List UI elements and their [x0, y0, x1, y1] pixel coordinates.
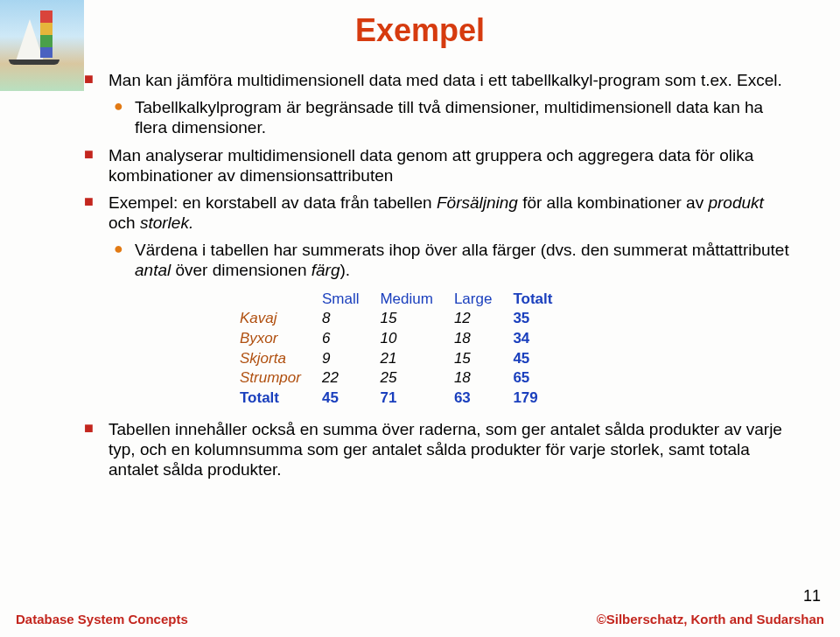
- row-label-total: Totalt: [233, 388, 315, 409]
- row-label: Skjorta: [233, 349, 315, 369]
- row-label: Strumpor: [233, 368, 315, 388]
- col-header: Large: [447, 290, 506, 310]
- col-header-total: Totalt: [506, 290, 566, 310]
- text-em: produkt: [708, 193, 763, 212]
- bullet-icon: ■: [84, 145, 108, 186]
- cell-total: 63: [447, 388, 506, 409]
- text-fragment: Värdena i tabellen har summerats ihop öv…: [135, 241, 789, 259]
- text-em: antal: [135, 261, 171, 279]
- cell: 21: [373, 349, 446, 369]
- text-em: färg: [312, 261, 340, 279]
- cell: 6: [315, 329, 374, 349]
- cell-total: 71: [373, 388, 446, 409]
- bullet-icon: ■: [84, 419, 108, 480]
- bullet-text: Man kan jämföra multidimensionell data m…: [108, 70, 793, 90]
- bullet-icon: ●: [114, 240, 135, 280]
- bullet-text: Värdena i tabellen har summerats ihop öv…: [135, 240, 793, 280]
- bullet-text: Tabellkalkylprogram är begränsade till t…: [135, 97, 793, 137]
- cell: 22: [315, 368, 374, 388]
- bullet-text: Exempel: en korstabell av data från tabe…: [108, 192, 793, 233]
- bullet-level2: ● Tabellkalkylprogram är begränsade till…: [114, 97, 793, 137]
- cell: 9: [315, 349, 374, 369]
- bullet-level1: ■ Exempel: en korstabell av data från ta…: [84, 192, 793, 233]
- table-row: Strumpor 22 25 18 65: [233, 368, 566, 388]
- col-header: Small: [315, 290, 374, 310]
- cell: 15: [373, 309, 446, 329]
- cell-total: 45: [315, 388, 374, 409]
- text-em: storlek.: [140, 214, 193, 232]
- bullet-level2: ● Värdena i tabellen har summerats ihop …: [114, 240, 793, 280]
- table-row: Byxor 6 10 18 34: [233, 329, 566, 349]
- cell-total: 34: [506, 329, 566, 349]
- cell: 18: [447, 329, 506, 349]
- text-fragment: och: [108, 214, 140, 232]
- cell-total: 35: [506, 309, 566, 329]
- text-fragment: för alla kombinationer av: [518, 193, 709, 212]
- text-em: Försäljning: [437, 193, 518, 212]
- footer-right: ©Silberschatz, Korth and Sudarshan: [597, 612, 824, 626]
- bullet-level1: ■ Tabellen innehåller också en summa öve…: [84, 419, 793, 480]
- cell: 12: [447, 309, 506, 329]
- table-row: Skjorta 9 21 15 45: [233, 349, 566, 369]
- text-fragment: över dimensionen: [171, 261, 312, 279]
- cell: 15: [447, 349, 506, 369]
- text-fragment: ).: [340, 261, 351, 279]
- bullet-icon: ■: [84, 70, 108, 90]
- slide-content: ■ Man kan jämföra multidimensionell data…: [84, 70, 793, 486]
- page-number: 11: [803, 587, 821, 606]
- row-label: Byxor: [233, 329, 315, 349]
- table-row: Kavaj 8 15 12 35: [233, 309, 566, 329]
- bullet-level1: ■ Man analyserar multidimensionell data …: [84, 145, 793, 186]
- data-table: Small Medium Large Totalt Kavaj 8 15 12 …: [233, 290, 566, 409]
- row-label: Kavaj: [233, 309, 315, 329]
- cell: 18: [447, 368, 506, 388]
- cell-total: 65: [506, 368, 566, 388]
- bullet-level1: ■ Man kan jämföra multidimensionell data…: [84, 70, 793, 90]
- cell: 8: [315, 309, 374, 329]
- col-header: Medium: [373, 290, 446, 310]
- bullet-text: Tabellen innehåller också en summa över …: [108, 419, 793, 480]
- bullet-text: Man analyserar multidimensionell data ge…: [108, 145, 793, 186]
- cell-total: 179: [506, 388, 566, 409]
- cell: 10: [373, 329, 446, 349]
- table-row-total: Totalt 45 71 63 179: [233, 388, 566, 409]
- footer-left: Database System Concepts: [16, 612, 188, 626]
- slide-title: Exempel: [0, 12, 840, 49]
- cell: 25: [373, 368, 446, 388]
- text-fragment: Exempel: en korstabell av data från tabe…: [108, 193, 437, 212]
- crosstab-table: Small Medium Large Totalt Kavaj 8 15 12 …: [233, 290, 793, 409]
- table-header-row: Small Medium Large Totalt: [233, 290, 566, 310]
- bullet-icon: ■: [84, 192, 108, 233]
- cell-total: 45: [506, 349, 566, 369]
- bullet-icon: ●: [114, 97, 135, 137]
